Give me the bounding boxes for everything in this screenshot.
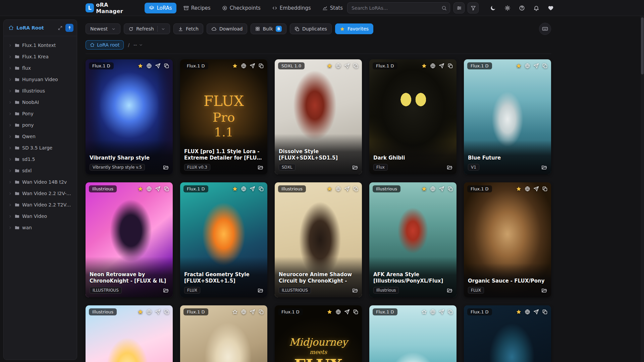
chevron-right-icon[interactable] — [8, 44, 12, 47]
globe-icon[interactable] — [430, 186, 436, 192]
open-folder-icon[interactable] — [352, 288, 358, 293]
nav-item-loras[interactable]: LoRAs — [145, 3, 176, 13]
lora-card[interactable]: Flux.1 DDark GhibliFlux — [369, 59, 457, 174]
sidebar-folder-item[interactable]: Hunyuan Video — [6, 74, 75, 85]
chevron-right-icon[interactable] — [8, 135, 12, 138]
favorite-star-icon[interactable] — [516, 63, 522, 69]
lora-card[interactable]: IllustriousNeurocore Anime Shadow Circui… — [275, 182, 362, 297]
favorite-star-icon[interactable] — [232, 186, 238, 192]
open-folder-icon[interactable] — [258, 165, 263, 170]
support-button[interactable] — [548, 5, 554, 11]
globe-icon[interactable] — [241, 309, 247, 315]
keyboard-shortcuts-button[interactable] — [539, 23, 551, 35]
favorites-button[interactable]: Favorites — [335, 23, 373, 34]
search-icon[interactable] — [441, 5, 447, 11]
copy-icon[interactable] — [258, 309, 264, 315]
lora-card[interactable]: Flux.1 D — [369, 305, 457, 362]
sidebar-folder-item[interactable]: Flux.1 Krea — [6, 51, 75, 62]
copy-icon[interactable] — [353, 63, 359, 69]
globe-icon[interactable] — [146, 309, 152, 315]
chevron-right-icon[interactable] — [8, 192, 12, 195]
chevron-right-icon[interactable] — [8, 180, 12, 184]
lora-card[interactable]: IllustriousAFK Arena Style [Illustrious/… — [369, 182, 457, 297]
sidebar-folder-item[interactable]: Wan Video — [6, 210, 75, 222]
send-icon[interactable] — [533, 186, 539, 192]
favorite-star-icon[interactable] — [138, 186, 143, 192]
search-input[interactable] — [347, 2, 450, 13]
send-icon[interactable] — [344, 186, 350, 192]
sidebar-folder-item[interactable]: SD 3.5 Large — [6, 142, 75, 154]
sidebar-folder-item[interactable]: pony — [6, 119, 75, 131]
favorite-star-icon[interactable] — [138, 309, 143, 315]
globe-icon[interactable] — [525, 186, 530, 192]
send-icon[interactable] — [533, 309, 539, 315]
globe-icon[interactable] — [241, 186, 247, 192]
send-icon[interactable] — [250, 309, 255, 315]
sidebar-folder-item[interactable]: Wan Video 2.2 I2V-A14B — [6, 188, 75, 199]
copy-icon[interactable] — [258, 63, 264, 69]
send-icon[interactable] — [155, 186, 161, 192]
notifications-button[interactable] — [533, 5, 539, 11]
send-icon[interactable] — [155, 63, 161, 69]
settings-button[interactable] — [504, 5, 511, 11]
open-folder-icon[interactable] — [163, 165, 169, 170]
send-icon[interactable] — [439, 309, 444, 315]
send-icon[interactable] — [439, 186, 444, 192]
chevron-right-icon[interactable] — [8, 89, 12, 93]
lora-card[interactable]: IllustriousNeon Retrowave by ChronoKnigh… — [86, 182, 173, 297]
copy-icon[interactable] — [258, 186, 264, 192]
favorite-star-icon[interactable] — [516, 186, 522, 192]
refresh-menu-chevron-icon[interactable] — [161, 27, 165, 31]
chevron-right-icon[interactable] — [8, 158, 12, 161]
breadcrumb-current[interactable]: -- — [133, 42, 143, 48]
favorite-star-icon[interactable] — [327, 186, 332, 192]
favorite-star-icon[interactable] — [421, 186, 427, 192]
download-button[interactable]: Download — [207, 23, 248, 34]
sidebar-folder-item[interactable]: Wan Video 2.2 T2V-A14B — [6, 199, 75, 210]
lora-card[interactable]: MidjourneymeetsFLUXFlux.1 D — [275, 305, 362, 362]
globe-icon[interactable] — [430, 63, 436, 69]
copy-icon[interactable] — [164, 309, 169, 315]
send-icon[interactable] — [533, 63, 539, 69]
open-folder-icon[interactable] — [447, 165, 452, 170]
sidebar-folder-item[interactable]: Pony — [6, 108, 75, 119]
favorite-star-icon[interactable] — [327, 309, 332, 315]
favorite-star-icon[interactable] — [327, 63, 332, 69]
chevron-right-icon[interactable] — [8, 146, 12, 150]
chevron-right-icon[interactable] — [8, 55, 12, 59]
copy-icon[interactable] — [353, 309, 359, 315]
copy-icon[interactable] — [542, 186, 548, 192]
chevron-right-icon[interactable] — [8, 169, 12, 173]
open-folder-icon[interactable] — [447, 288, 452, 293]
copy-icon[interactable] — [542, 63, 548, 69]
chevron-right-icon[interactable] — [8, 101, 12, 104]
send-icon[interactable] — [250, 63, 255, 69]
lora-card[interactable]: Illustrious — [86, 305, 173, 362]
copy-icon[interactable] — [353, 186, 359, 192]
lora-card[interactable]: Flux.1 DVibrantly Sharp styleVibrantly S… — [86, 59, 173, 174]
lora-card[interactable]: FLUXPro1.1Flux.1 DFLUX [pro] 1.1 Style L… — [180, 59, 267, 174]
lora-card[interactable]: Flux.1 DOrganic Sauce - FLUX/PonyFLUX — [464, 182, 551, 297]
chevron-right-icon[interactable] — [8, 78, 12, 81]
chevron-right-icon[interactable] — [8, 112, 12, 116]
chevron-right-icon[interactable] — [8, 215, 12, 218]
refresh-button[interactable]: Refresh — [124, 23, 170, 34]
sidebar-folder-item[interactable]: Wan Video 14B t2v — [6, 176, 75, 188]
nav-item-recipes[interactable]: Recipes — [179, 3, 215, 13]
send-icon[interactable] — [344, 309, 350, 315]
send-icon[interactable] — [155, 309, 161, 315]
lora-card[interactable]: Flux.1 DBlue FutureV1 — [464, 59, 551, 174]
help-button[interactable] — [519, 5, 525, 11]
scrollbar-thumb[interactable] — [641, 17, 644, 74]
chevron-right-icon[interactable] — [8, 66, 12, 70]
app-logo[interactable]: L oRA Manager — [86, 2, 135, 14]
globe-icon[interactable] — [335, 309, 341, 315]
sidebar-folder-item[interactable]: Flux.1 Kontext — [6, 40, 75, 51]
nav-item-checkpoints[interactable]: Checkpoints — [218, 3, 265, 13]
scrollbar-track[interactable] — [641, 16, 644, 362]
copy-icon[interactable] — [164, 186, 169, 192]
globe-icon[interactable] — [241, 63, 247, 69]
favorite-star-icon[interactable] — [421, 309, 427, 315]
sidebar-folder-item[interactable]: sdxl — [6, 165, 75, 176]
sidebar-folder-item[interactable]: NoobAI — [6, 97, 75, 108]
